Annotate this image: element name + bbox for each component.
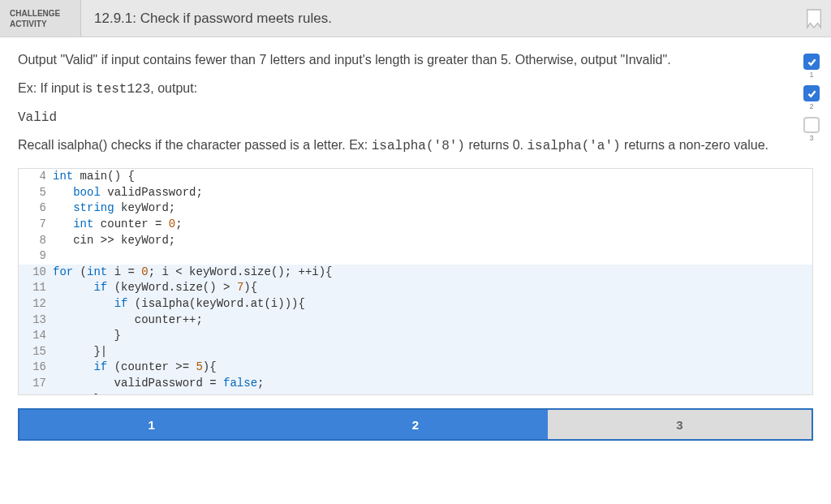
line-number: 17	[19, 376, 53, 392]
code-row[interactable]: 10for (int i = 0; i < keyWord.size(); ++…	[19, 265, 812, 281]
code-row[interactable]: 13 counter++;	[19, 312, 812, 329]
checkpoint-3: 3	[803, 117, 820, 142]
checkpoint-1: 1	[803, 54, 820, 79]
code-line[interactable]: if (isalpha(keyWord.at(i))){	[53, 296, 305, 312]
code-row[interactable]: 8 cin >> keyWord;	[19, 233, 812, 249]
code-line[interactable]: int counter = 0;	[53, 217, 183, 233]
checkpoint-indicators: 1 2 3	[797, 50, 826, 165]
code-row[interactable]: 14 }	[19, 328, 812, 344]
line-number: 11	[19, 280, 53, 296]
code-line[interactable]: int main() {	[53, 169, 135, 185]
instructions: Output "Valid" if input contains fewer t…	[18, 50, 797, 165]
line-number: 16	[19, 360, 53, 376]
line-number: 10	[19, 265, 53, 281]
code-line[interactable]: string keyWord;	[53, 200, 175, 217]
challenge-badge: CHALLENGE ACTIVITY	[0, 0, 81, 37]
instruction-p1: Output "Valid" if input contains fewer t…	[18, 50, 789, 71]
code-row[interactable]: 15 }|	[19, 344, 812, 360]
line-number: 7	[19, 217, 53, 233]
bookmark-icon[interactable]	[797, 0, 831, 37]
code-row[interactable]: 9	[19, 248, 812, 265]
code-line[interactable]: counter++;	[53, 312, 203, 329]
code-row[interactable]: 16 if (counter >= 5){	[19, 360, 812, 376]
code-row[interactable]: 5 bool validPassword;	[19, 185, 812, 201]
isalpha-example-2: isalpha('a')	[527, 139, 620, 153]
page-title: 12.9.1: Check if password meets rules.	[81, 0, 797, 37]
line-number: 6	[19, 200, 53, 217]
code-row[interactable]: 18 }	[19, 392, 812, 396]
example-input-code: test123	[96, 82, 150, 97]
code-row[interactable]: 11 if (keyWord.size() > 7){	[19, 280, 812, 296]
line-number: 4	[19, 169, 53, 185]
code-line[interactable]: }	[53, 392, 101, 396]
code-editor[interactable]: 4int main() {5 bool validPassword;6 stri…	[18, 168, 813, 395]
checkpoint-2: 2	[803, 85, 820, 110]
line-number: 15	[19, 344, 53, 360]
challenge-header: CHALLENGE ACTIVITY 12.9.1: Check if pass…	[0, 0, 831, 37]
instruction-p2: Ex: If input is test123, output:	[18, 79, 789, 100]
step-2-tab[interactable]: 2	[283, 410, 547, 439]
line-number: 14	[19, 328, 53, 344]
code-line[interactable]: bool validPassword;	[53, 185, 203, 201]
line-number: 13	[19, 312, 53, 329]
code-row[interactable]: 12 if (isalpha(keyWord.at(i))){	[19, 296, 812, 312]
line-number: 12	[19, 296, 53, 312]
code-row[interactable]: 17 validPassword = false;	[19, 376, 812, 392]
line-number: 8	[19, 233, 53, 249]
code-row[interactable]: 7 int counter = 0;	[19, 217, 812, 233]
code-line[interactable]: if (keyWord.size() > 7){	[53, 280, 257, 296]
step-1-tab[interactable]: 1	[19, 410, 283, 439]
line-number: 9	[19, 248, 53, 265]
code-line[interactable]: cin >> keyWord;	[53, 233, 175, 249]
isalpha-example-1: isalpha('8')	[372, 139, 465, 153]
check-icon	[803, 54, 820, 70]
unchecked-icon	[803, 117, 820, 133]
code-row[interactable]: 6 string keyWord;	[19, 200, 812, 217]
code-line[interactable]: for (int i = 0; i < keyWord.size(); ++i)…	[53, 265, 333, 281]
expected-output: Valid	[18, 108, 789, 128]
code-line[interactable]: }	[53, 328, 121, 344]
code-row[interactable]: 4int main() {	[19, 169, 812, 185]
instruction-p3: Recall isalpha() checks if the character…	[18, 136, 789, 157]
code-line[interactable]: }|	[53, 344, 107, 360]
line-number: 18	[19, 392, 53, 396]
check-icon	[803, 85, 820, 101]
code-line[interactable]: validPassword = false;	[53, 376, 264, 392]
step-3-tab[interactable]: 3	[548, 410, 812, 439]
code-line[interactable]: if (counter >= 5){	[53, 360, 217, 376]
step-tabs: 1 2 3	[18, 408, 813, 441]
challenge-line2: ACTIVITY	[10, 19, 71, 29]
line-number: 5	[19, 185, 53, 201]
challenge-line1: CHALLENGE	[10, 8, 71, 19]
